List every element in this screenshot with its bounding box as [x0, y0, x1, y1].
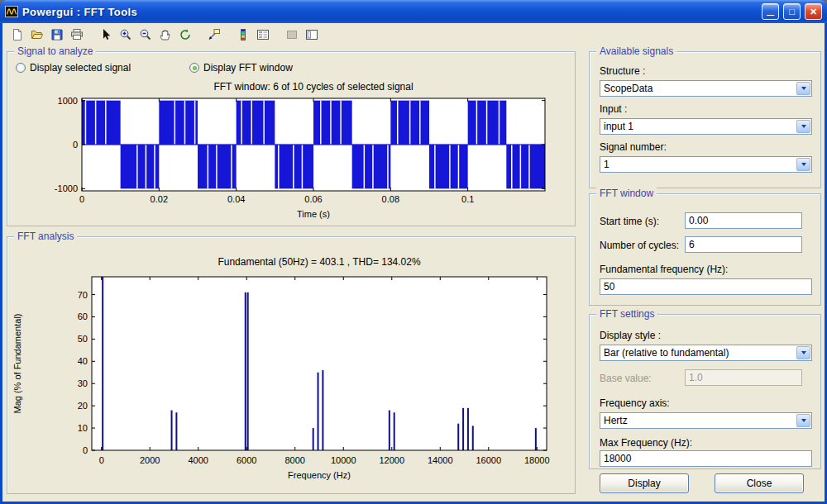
- fft-analysis-panel: FFT analysis Fundamental (50Hz) = 403.1 …: [7, 236, 576, 494]
- fft-plot: Fundamental (50Hz) = 403.1 , THD= 134.02…: [9, 250, 573, 492]
- input-value: input 1: [600, 119, 796, 134]
- fundamental-frequency-input[interactable]: [600, 278, 812, 295]
- radio-display-selected-signal[interactable]: Display selected signal: [16, 62, 131, 74]
- rotate-3d-button[interactable]: [175, 26, 195, 45]
- svg-text:20: 20: [78, 401, 88, 411]
- open-folder-icon: [31, 28, 44, 41]
- signal-number-dropdown[interactable]: 1: [600, 156, 812, 173]
- svg-text:0.02: 0.02: [151, 194, 168, 204]
- dropdown-arrow-button[interactable]: [796, 414, 810, 427]
- chevron-down-icon: [801, 163, 806, 166]
- app-icon: [5, 5, 18, 18]
- svg-text:4000: 4000: [188, 455, 208, 465]
- chevron-down-icon: [801, 125, 806, 128]
- close-window-button[interactable]: ✕: [805, 3, 822, 20]
- max-frequency-input[interactable]: [600, 450, 812, 467]
- data-cursor-icon: [208, 28, 221, 41]
- data-cursor-button[interactable]: [204, 26, 224, 45]
- display-button[interactable]: Display: [600, 473, 689, 493]
- svg-text:50: 50: [78, 334, 88, 344]
- display-style-value: Bar (relative to fundamental): [600, 345, 796, 360]
- svg-text:1000: 1000: [58, 96, 78, 106]
- panel-title: Signal to analyze: [14, 45, 96, 57]
- svg-text:18000: 18000: [524, 455, 550, 465]
- pan-button[interactable]: [155, 26, 175, 45]
- chevron-down-icon: [801, 419, 806, 422]
- svg-text:2000: 2000: [140, 455, 160, 465]
- svg-text:10: 10: [78, 423, 88, 433]
- insert-colorbar-button[interactable]: [233, 26, 253, 45]
- dropdown-arrow-button[interactable]: [796, 158, 810, 171]
- pan-hand-icon: [159, 28, 172, 41]
- panel-title: FFT window: [596, 188, 657, 199]
- max-frequency-label: Max Frequency (Hz):: [600, 437, 692, 449]
- svg-text:70: 70: [78, 290, 88, 300]
- svg-text:30: 30: [78, 378, 88, 388]
- minimize-button[interactable]: —: [762, 3, 779, 20]
- frequency-axis-dropdown[interactable]: Hertz: [600, 412, 812, 429]
- display-style-dropdown[interactable]: Bar (relative to fundamental): [600, 345, 812, 361]
- dropdown-arrow-button[interactable]: [796, 120, 810, 133]
- signal-number-value: 1: [600, 157, 796, 172]
- dropdown-arrow-button[interactable]: [796, 346, 810, 359]
- save-button[interactable]: [47, 26, 67, 45]
- panel-title: FFT settings: [596, 308, 657, 320]
- input-dropdown[interactable]: input 1: [600, 118, 812, 135]
- title-bar[interactable]: Powergui : FFT Tools — □ ✕: [0, 0, 827, 23]
- svg-text:8000: 8000: [285, 455, 305, 465]
- zoom-in-button[interactable]: [116, 26, 136, 45]
- display-style-label: Display style :: [600, 330, 661, 341]
- svg-text:FFT window: 6 of 10 cycles of: FFT window: 6 of 10 cycles of selected s…: [213, 81, 413, 93]
- svg-text:0: 0: [73, 140, 78, 150]
- start-time-input[interactable]: [685, 212, 802, 229]
- start-time-label: Start time (s):: [600, 216, 659, 227]
- panel-title: Available signals: [596, 45, 676, 57]
- maximize-button[interactable]: □: [783, 3, 801, 20]
- frequency-axis-label: Frequency axis:: [600, 397, 670, 409]
- zoom-in-icon: [119, 28, 132, 41]
- svg-text:0.1: 0.1: [461, 194, 474, 204]
- radio-label: Display FFT window: [203, 62, 293, 74]
- toolbar-separator: [273, 23, 282, 46]
- signal-plot: FFT window: 6 of 10 cycles of selected s…: [9, 80, 573, 226]
- printer-icon: [70, 28, 84, 41]
- show-plot-tools-button[interactable]: [302, 26, 322, 45]
- plot-tools-on-icon: [305, 28, 318, 41]
- input-label: Input :: [600, 103, 627, 115]
- svg-text:Fundamental (50Hz) = 403.1 , T: Fundamental (50Hz) = 403.1 , THD= 134.02…: [218, 256, 421, 268]
- fft-settings-panel: FFT settings Display style : Bar (relati…: [589, 314, 821, 469]
- window-title: Powergui : FFT Tools: [22, 6, 758, 18]
- pointer-tool-button[interactable]: [96, 26, 116, 45]
- svg-text:60: 60: [78, 311, 88, 321]
- signal-number-label: Signal number:: [600, 141, 667, 153]
- open-file-button[interactable]: [27, 26, 47, 45]
- toolbar-separator: [195, 23, 204, 46]
- zoom-out-button[interactable]: [136, 26, 155, 45]
- rotate-3d-icon: [179, 28, 192, 41]
- radio-circle-icon: [189, 63, 199, 73]
- panel-title: FFT analysis: [14, 231, 77, 242]
- base-value-input: [685, 369, 802, 386]
- frequency-axis-value: Hertz: [600, 413, 796, 428]
- close-button[interactable]: Close: [715, 473, 804, 493]
- signal-to-analyze-panel: Signal to analyze Display selected signa…: [7, 51, 576, 226]
- radio-circle-icon: [16, 63, 26, 73]
- cycles-label: Number of cycles:: [600, 240, 679, 251]
- radio-display-fft-window[interactable]: Display FFT window: [189, 62, 293, 74]
- powergui-fft-tools-window: Powergui : FFT Tools — □ ✕: [0, 0, 827, 504]
- legend-icon: [256, 28, 270, 41]
- plot-tools-off-icon: [285, 28, 299, 41]
- new-file-button[interactable]: [7, 26, 27, 45]
- svg-text:Frequency (Hz): Frequency (Hz): [288, 470, 351, 480]
- toolbar-separator: [87, 23, 96, 46]
- structure-dropdown[interactable]: ScopeData: [600, 80, 812, 97]
- svg-text:Mag (% of Fundamental): Mag (% of Fundamental): [12, 313, 22, 413]
- structure-label: Structure :: [600, 65, 645, 77]
- hide-plot-tools-button: [282, 26, 302, 45]
- svg-text:0: 0: [99, 455, 104, 465]
- dropdown-arrow-button[interactable]: [796, 82, 810, 95]
- fft-window-panel: FFT window Start time (s): Number of cyc…: [589, 193, 821, 306]
- print-button[interactable]: [67, 26, 87, 45]
- insert-legend-button[interactable]: [253, 26, 273, 45]
- cycles-input[interactable]: [685, 236, 802, 253]
